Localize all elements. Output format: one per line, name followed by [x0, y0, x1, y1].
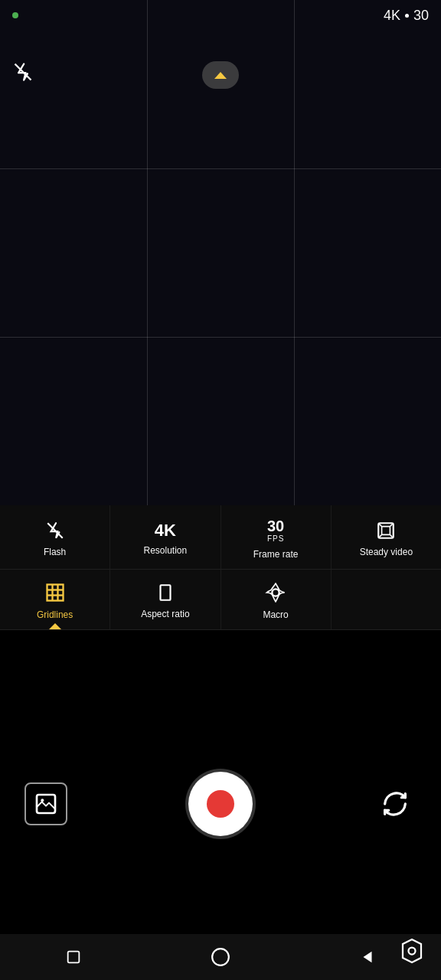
status-bar: 4K 30: [0, 0, 441, 31]
gridlines-label: Gridlines: [37, 609, 73, 620]
chevron-up-icon: [214, 72, 227, 79]
resolution-value: 4K: [384, 8, 400, 24]
svg-rect-10: [47, 585, 63, 601]
steady-video-button[interactable]: Steady video: [332, 505, 441, 569]
home-button[interactable]: [207, 943, 234, 971]
svg-marker-1: [403, 939, 421, 962]
record-dot: [207, 790, 234, 818]
fps-unit: FPS: [267, 534, 284, 543]
resolution-separator: [405, 14, 409, 18]
aspect-ratio-label: Aspect ratio: [141, 609, 189, 619]
active-indicator: [49, 623, 61, 629]
grid-h2: [0, 337, 441, 338]
macro-button[interactable]: Macro: [221, 570, 332, 629]
empty-slot: [332, 570, 441, 629]
fps-number: 30: [267, 518, 284, 534]
flip-camera-button[interactable]: [374, 782, 416, 825]
framerate-button[interactable]: 30 FPS Frame rate: [221, 505, 332, 569]
back-button[interactable]: [354, 943, 381, 971]
macro-icon: [265, 582, 286, 603]
steady-video-label: Steady video: [360, 547, 413, 557]
svg-rect-19: [68, 952, 80, 963]
resolution-display: 4K 30: [384, 8, 429, 24]
gridlines-button[interactable]: Gridlines: [0, 570, 110, 629]
settings-icon[interactable]: [398, 937, 426, 965]
fps-value: 30: [413, 8, 429, 24]
grid-h1: [0, 168, 441, 169]
recents-button[interactable]: [60, 943, 87, 971]
record-button[interactable]: [188, 772, 253, 836]
resolution-label: Resolution: [144, 545, 188, 556]
resolution-icon: 4K: [155, 522, 176, 539]
quick-settings-row: Flash 4K Resolution 30 FPS Frame rate: [0, 505, 441, 570]
aspect-ratio-icon: [155, 583, 175, 603]
chevron-up-button[interactable]: [202, 61, 239, 89]
flash-off-top[interactable]: [12, 61, 34, 83]
camera-bottom-bar: [0, 704, 441, 903]
navigation-bar: [0, 934, 441, 980]
svg-rect-15: [160, 585, 170, 600]
svg-point-20: [212, 949, 229, 965]
second-settings-row: Gridlines Aspect ratio Macro: [0, 570, 441, 630]
controls-panel: Flash 4K Resolution 30 FPS Frame rate: [0, 505, 441, 630]
svg-marker-21: [364, 952, 372, 963]
status-dot: [12, 12, 18, 18]
framerate-label: Frame rate: [253, 549, 299, 560]
svg-point-2: [409, 948, 416, 955]
flash-icon: [45, 521, 65, 541]
gridlines-icon: [44, 582, 66, 603]
steady-icon: [376, 521, 396, 541]
aspect-ratio-button[interactable]: Aspect ratio: [110, 570, 220, 629]
fps-display: 30 FPS: [267, 518, 284, 543]
resolution-icon-text: 4K: [155, 521, 176, 540]
svg-rect-5: [382, 526, 390, 534]
resolution-button[interactable]: 4K Resolution: [110, 505, 220, 569]
gallery-button[interactable]: [24, 782, 67, 825]
macro-label: Macro: [263, 609, 288, 620]
flash-label: Flash: [44, 547, 66, 557]
svg-point-16: [272, 589, 279, 596]
flash-button[interactable]: Flash: [0, 505, 110, 569]
